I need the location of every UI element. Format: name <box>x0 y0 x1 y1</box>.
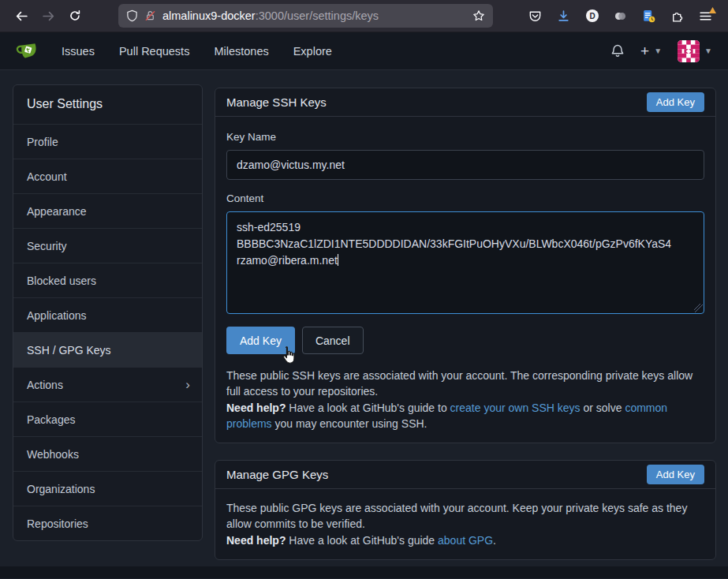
sidebar-item-repositories[interactable]: Repositories <box>13 506 202 540</box>
extension-icons: D <box>522 4 720 28</box>
chevron-right-icon: › <box>185 368 190 402</box>
sidebar-item-appearance[interactable]: Appearance <box>13 193 202 228</box>
sidebar-item-profile[interactable]: Profile <box>13 124 202 159</box>
nav-links: Issues Pull Requests Milestones Explore <box>62 45 332 58</box>
sidebar-item-webhooks[interactable]: Webhooks <box>13 436 202 471</box>
sidebar-item-ssh-gpg-keys[interactable]: SSH / GPG Keys <box>13 332 202 367</box>
url-bar[interactable]: almalinux9-docker:3000/user/settings/key… <box>118 4 493 28</box>
sidebar-item-packages[interactable]: Packages <box>13 402 202 436</box>
reload-icon[interactable] <box>62 4 88 28</box>
avatar <box>678 40 700 62</box>
browser-toolbar: almalinux9-docker:3000/user/settings/key… <box>0 0 728 32</box>
translate-doc-icon[interactable] <box>636 4 662 28</box>
notifications-bell-icon[interactable] <box>610 43 625 58</box>
resize-handle[interactable] <box>694 304 703 312</box>
plus-icon: + <box>640 43 649 58</box>
gpg-help-text: These public GPG keys are associated wit… <box>226 500 704 548</box>
nav-link-milestones[interactable]: Milestones <box>214 45 268 58</box>
pocket-icon[interactable] <box>522 4 548 28</box>
create-ssh-keys-link[interactable]: create your own SSH keys <box>450 402 581 414</box>
gpg-keys-panel: Manage GPG Keys Add Key These public GPG… <box>215 460 716 560</box>
nav-link-pull-requests[interactable]: Pull Requests <box>119 45 189 58</box>
gpg-panel-header: Manage GPG Keys Add Key <box>215 461 715 489</box>
ssh-help-text: These public SSH keys are associated wit… <box>226 368 704 431</box>
broken-lock-icon[interactable] <box>144 9 156 22</box>
gitea-logo-icon[interactable] <box>16 39 41 64</box>
form-buttons: Add Key Cancel <box>226 327 704 354</box>
gpg-add-key-header-button[interactable]: Add Key <box>647 465 704 484</box>
sidebar-item-security[interactable]: Security <box>13 228 202 263</box>
add-key-submit-button[interactable]: Add Key <box>226 327 295 354</box>
svg-text:D: D <box>589 12 595 21</box>
url-domain: almalinux9-docker <box>162 9 256 22</box>
key-content-textarea[interactable]: ssh-ed25519 BBBBC3NzaC1lZDI1NTE5DDDDIDAN… <box>226 211 704 314</box>
sidebar-title: User Settings <box>13 85 202 124</box>
gpg-panel-body: These public GPG keys are associated wit… <box>215 489 715 559</box>
chevron-down-icon: ▼ <box>654 47 662 55</box>
about-gpg-link[interactable]: about GPG <box>438 534 493 547</box>
navbar-right: + ▼ ▼ <box>610 40 712 62</box>
nav-link-explore[interactable]: Explore <box>293 45 332 58</box>
sidebar-item-blocked-users[interactable]: Blocked users <box>13 263 202 297</box>
bookmark-star-icon[interactable] <box>472 9 485 22</box>
menu-hamburger-icon[interactable] <box>693 4 719 28</box>
settings-page: User Settings Profile Account Appearance… <box>0 70 728 578</box>
content-label: Content <box>226 192 704 204</box>
key-name-input[interactable] <box>226 150 704 180</box>
nav-link-issues[interactable]: Issues <box>62 45 95 58</box>
key-content-text: ssh-ed25519 BBBBC3NzaC1lZDI1NTE5DDDDIDAN… <box>237 221 671 267</box>
sidebar-item-account[interactable]: Account <box>13 159 202 193</box>
text-caret <box>338 254 338 266</box>
forward-icon[interactable] <box>35 4 62 28</box>
page-footer-bar <box>0 566 728 578</box>
gpg-panel-title: Manage GPG Keys <box>226 468 328 481</box>
ssh-panel-header: Manage SSH Keys Add Key <box>215 88 715 117</box>
create-new-dropdown[interactable]: + ▼ <box>640 43 662 58</box>
cancel-button[interactable]: Cancel <box>302 327 364 354</box>
settings-sidebar: User Settings Profile Account Appearance… <box>13 84 203 541</box>
containers-icon[interactable] <box>607 4 633 28</box>
duckduckgo-icon[interactable]: D <box>579 4 605 28</box>
key-name-label: Key Name <box>226 131 704 143</box>
back-icon[interactable] <box>8 4 35 28</box>
update-badge-icon <box>709 7 716 13</box>
user-menu[interactable]: ▼ <box>678 40 712 62</box>
gitea-navbar: Issues Pull Requests Milestones Explore … <box>0 32 728 70</box>
extensions-puzzle-icon[interactable] <box>664 4 690 28</box>
chevron-down-icon: ▼ <box>704 47 712 55</box>
url-text: almalinux9-docker:3000/user/settings/key… <box>162 9 466 22</box>
sidebar-item-organizations[interactable]: Organizations <box>13 471 202 506</box>
ssh-keys-panel: Manage SSH Keys Add Key Key Name Content… <box>215 88 716 443</box>
sidebar-item-actions[interactable]: Actions› <box>13 367 202 402</box>
main-content: Manage SSH Keys Add Key Key Name Content… <box>215 88 716 560</box>
sidebar-item-applications[interactable]: Applications <box>13 297 202 332</box>
url-path: :3000/user/settings/keys <box>256 9 379 22</box>
download-icon[interactable] <box>551 4 577 28</box>
ssh-panel-title: Manage SSH Keys <box>226 95 327 109</box>
shield-icon[interactable] <box>126 9 138 22</box>
ssh-panel-body: Key Name Content ssh-ed25519 BBBBC3NzaC1… <box>215 117 715 443</box>
ssh-add-key-header-button[interactable]: Add Key <box>647 92 704 112</box>
